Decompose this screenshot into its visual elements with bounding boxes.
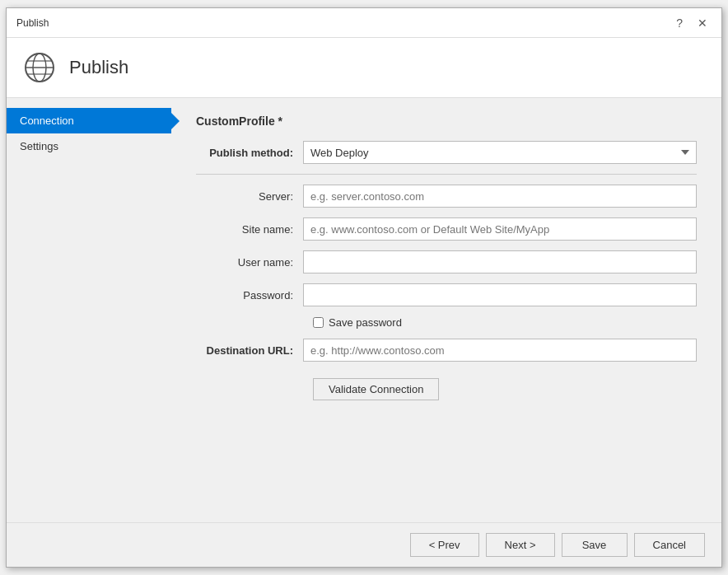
save-password-label[interactable]: Save password bbox=[329, 316, 402, 329]
sidebar-item-settings[interactable]: Settings bbox=[7, 133, 171, 159]
validate-connection-button[interactable]: Validate Connection bbox=[313, 378, 439, 400]
sidebar-item-connection[interactable]: Connection bbox=[7, 108, 171, 133]
destination-url-input[interactable] bbox=[303, 339, 697, 362]
user-name-control bbox=[303, 250, 697, 273]
save-password-checkbox[interactable] bbox=[313, 317, 324, 328]
footer: < Prev Next > Save Cancel bbox=[7, 522, 721, 567]
save-password-row: Save password bbox=[313, 316, 697, 329]
site-name-row: Site name: bbox=[196, 217, 697, 241]
title-bar-title: Publish bbox=[16, 17, 49, 29]
close-button[interactable]: ✕ bbox=[693, 15, 712, 31]
title-bar-left: Publish bbox=[16, 17, 49, 29]
site-name-label: Site name: bbox=[196, 223, 303, 236]
form-divider bbox=[196, 174, 697, 175]
destination-url-label: Destination URL: bbox=[196, 344, 303, 357]
header-title: Publish bbox=[69, 57, 128, 78]
user-name-row: User name: bbox=[196, 250, 697, 273]
destination-url-row: Destination URL: bbox=[196, 339, 697, 362]
destination-url-control bbox=[303, 339, 697, 362]
server-row: Server: bbox=[196, 185, 697, 208]
save-button[interactable]: Save bbox=[562, 533, 628, 557]
password-control bbox=[303, 283, 697, 306]
profile-title: CustomProfile * bbox=[196, 115, 697, 128]
publish-method-row: Publish method: Web Deploy Web Deploy Pa… bbox=[196, 141, 697, 164]
validate-connection-area: Validate Connection bbox=[196, 372, 697, 400]
user-name-label: User name: bbox=[196, 256, 303, 269]
publish-method-select[interactable]: Web Deploy Web Deploy Package FTP File S… bbox=[303, 141, 697, 164]
sidebar-item-connection-label: Connection bbox=[20, 115, 74, 127]
password-label: Password: bbox=[196, 289, 303, 302]
site-name-input[interactable] bbox=[303, 217, 697, 241]
next-button[interactable]: Next > bbox=[486, 533, 555, 557]
help-button[interactable]: ? bbox=[672, 15, 687, 31]
content-area: Connection Settings CustomProfile * Publ… bbox=[7, 98, 721, 522]
globe-icon bbox=[23, 51, 56, 84]
main-form: CustomProfile * Publish method: Web Depl… bbox=[171, 98, 721, 522]
cancel-button[interactable]: Cancel bbox=[634, 533, 705, 557]
publish-dialog: Publish ? ✕ Publish Connection S bbox=[6, 7, 722, 568]
sidebar-item-settings-label: Settings bbox=[20, 140, 58, 152]
publish-method-label: Publish method: bbox=[196, 147, 303, 159]
header-area: Publish bbox=[7, 38, 721, 98]
title-bar-controls: ? ✕ bbox=[672, 15, 712, 31]
password-input[interactable] bbox=[303, 283, 697, 306]
publish-method-control: Web Deploy Web Deploy Package FTP File S… bbox=[303, 141, 697, 164]
server-label: Server: bbox=[196, 190, 303, 203]
sidebar: Connection Settings bbox=[7, 98, 171, 522]
server-control bbox=[303, 185, 697, 208]
title-bar: Publish ? ✕ bbox=[7, 8, 721, 38]
site-name-control bbox=[303, 217, 697, 241]
prev-button[interactable]: < Prev bbox=[410, 533, 479, 557]
server-input[interactable] bbox=[303, 185, 697, 208]
user-name-input[interactable] bbox=[303, 250, 697, 273]
password-row: Password: bbox=[196, 283, 697, 306]
